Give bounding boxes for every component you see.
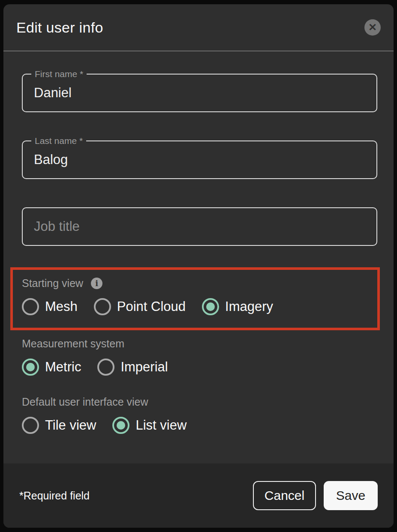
close-button[interactable]: ✕	[364, 19, 381, 36]
default-ui-view-options: Tile view List view	[22, 417, 377, 434]
first-name-field: First name *	[22, 74, 377, 112]
radio-option-label: Imagery	[225, 299, 273, 314]
info-icon[interactable]: i	[91, 278, 102, 289]
radio-option-label: Tile view	[45, 418, 96, 433]
last-name-label: Last name *	[31, 135, 86, 146]
required-field-note: *Required field	[19, 490, 90, 502]
radio-icon	[97, 359, 114, 376]
first-name-input[interactable]	[34, 85, 365, 101]
radio-option-point-cloud[interactable]: Point Cloud	[94, 298, 186, 315]
radio-option-mesh[interactable]: Mesh	[22, 298, 78, 315]
dialog-footer: *Required field Cancel Save	[3, 463, 394, 528]
radio-icon	[22, 298, 39, 315]
default-ui-view-group: Default user interface view Tile view Li…	[22, 395, 377, 434]
radio-option-label: Metric	[45, 359, 81, 375]
close-icon: ✕	[368, 22, 377, 33]
radio-option-label: Point Cloud	[117, 299, 186, 314]
job-title-field	[22, 207, 377, 246]
dialog-title: Edit user info	[16, 19, 103, 36]
dialog-header: Edit user info ✕	[3, 4, 394, 51]
radio-option-imagery[interactable]: Imagery	[202, 298, 273, 315]
radio-option-label: Mesh	[45, 299, 78, 314]
radio-icon-selected	[22, 359, 39, 376]
starting-view-options: Mesh Point Cloud Imagery	[22, 298, 377, 315]
last-name-input[interactable]	[34, 152, 365, 167]
job-title-input[interactable]	[34, 219, 365, 234]
starting-view-group-label: Starting view i	[22, 277, 377, 290]
measurement-system-group: Measurement system Metric Imperial	[22, 337, 377, 376]
radio-option-list-view[interactable]: List view	[112, 417, 186, 434]
radio-option-metric[interactable]: Metric	[22, 359, 81, 376]
starting-view-label-text: Starting view	[22, 277, 83, 290]
starting-view-highlight: Starting view i Mesh Point Cloud Imagery	[10, 267, 380, 330]
measurement-system-label: Measurement system	[22, 337, 377, 350]
radio-option-tile-view[interactable]: Tile view	[22, 417, 96, 434]
radio-option-label: List view	[135, 418, 186, 433]
radio-option-label: Imperial	[120, 359, 168, 375]
dialog-body: First name * Last name * Starting view i…	[3, 51, 394, 463]
first-name-label: First name *	[31, 68, 87, 80]
save-button[interactable]: Save	[324, 481, 378, 510]
radio-icon	[94, 298, 111, 315]
radio-icon-selected	[202, 298, 219, 315]
radio-icon	[22, 417, 39, 434]
cancel-button[interactable]: Cancel	[253, 481, 316, 510]
edit-user-info-dialog: Edit user info ✕ First name * Last name …	[3, 4, 394, 528]
radio-option-imperial[interactable]: Imperial	[97, 359, 168, 376]
default-ui-view-label: Default user interface view	[22, 395, 377, 408]
measurement-system-options: Metric Imperial	[22, 359, 377, 376]
radio-icon-selected	[112, 417, 129, 434]
last-name-field: Last name *	[22, 140, 377, 179]
